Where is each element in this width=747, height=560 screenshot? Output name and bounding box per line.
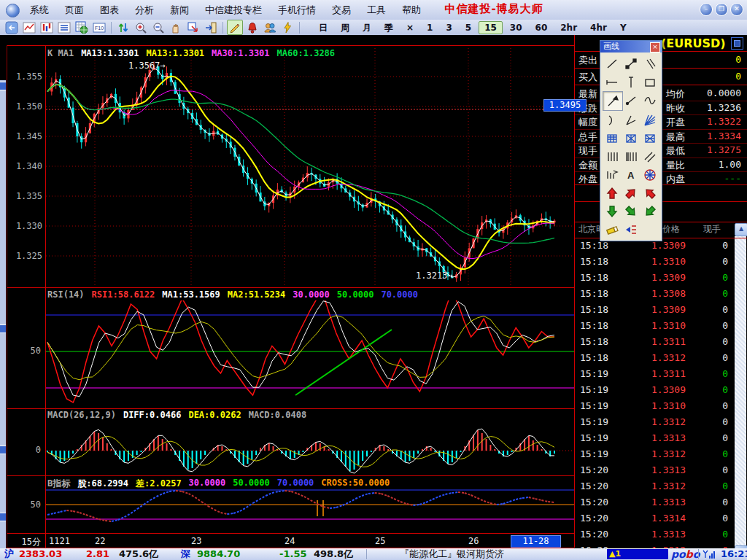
draw-tool-line-ray[interactable] bbox=[622, 55, 640, 73]
draw-icon[interactable] bbox=[227, 20, 243, 35]
draw-tool-arrow-down-green[interactable] bbox=[603, 202, 622, 220]
menu-item-手机行情[interactable]: 手机行情 bbox=[270, 4, 324, 17]
indicator-label: MA60:1.3286 bbox=[277, 48, 335, 58]
period-button-3[interactable]: 3 bbox=[440, 21, 457, 34]
window-title: 中信建投-博易大师 bbox=[403, 2, 585, 16]
minimize-button[interactable]: – bbox=[700, 3, 713, 16]
draw-tool-arrow-sw-green[interactable] bbox=[640, 202, 659, 220]
period-button-周[interactable]: 周 bbox=[335, 21, 355, 34]
quote-list-icon[interactable] bbox=[56, 20, 72, 35]
panel-maximize-button[interactable] bbox=[731, 37, 743, 50]
restore-button[interactable]: ❐ bbox=[715, 3, 728, 16]
draw-tool-align-tool[interactable] bbox=[622, 220, 640, 238]
draw-tool-fib-time-lines[interactable] bbox=[622, 147, 640, 166]
panel-divider bbox=[7, 533, 574, 534]
indicator-label: DIFF:0.0466 bbox=[123, 410, 181, 420]
panel-icon[interactable] bbox=[0, 513, 6, 521]
indicator-label: MA13:1.3301 bbox=[81, 48, 139, 58]
draw-tool-arrow-up-red[interactable] bbox=[603, 184, 622, 202]
menu-item-页面[interactable]: 页面 bbox=[57, 4, 92, 17]
draw-tool-gann-grid-g[interactable] bbox=[603, 129, 622, 147]
panel-icon[interactable] bbox=[0, 324, 6, 333]
draw-tool-angle-lines[interactable] bbox=[622, 111, 640, 129]
exit-icon[interactable] bbox=[203, 20, 219, 35]
draw-tool-fan-lines[interactable] bbox=[640, 111, 659, 129]
draw-tool-arc[interactable] bbox=[603, 111, 622, 129]
hand-icon[interactable] bbox=[168, 20, 184, 35]
period-button-2hr[interactable]: 2hr bbox=[554, 21, 583, 34]
alert-badge[interactable]: ▲1 bbox=[607, 549, 668, 559]
indicator-label: 50.0000 bbox=[233, 478, 270, 490]
draw-tool-gann-grid-x2[interactable] bbox=[640, 129, 659, 147]
tick-row: 15:191.33100 bbox=[575, 398, 734, 414]
draw-tool-eraser[interactable] bbox=[603, 220, 622, 238]
candlestick-chart[interactable] bbox=[46, 45, 574, 286]
b-indicator-chart[interactable] bbox=[46, 487, 574, 533]
period-button-5[interactable]: 5 bbox=[460, 21, 477, 34]
refresh-icon[interactable] bbox=[115, 20, 131, 35]
users-icon[interactable] bbox=[262, 20, 278, 35]
rsi-chart[interactable] bbox=[46, 300, 574, 407]
draw-tool-arrow-line[interactable] bbox=[603, 91, 623, 111]
menu-item-工具[interactable]: 工具 bbox=[359, 4, 394, 17]
page-globe-icon[interactable] bbox=[74, 20, 90, 35]
line-chart-icon[interactable] bbox=[21, 20, 37, 35]
period-button-30[interactable]: 30 bbox=[504, 21, 528, 34]
draw-tool-gann-grid-x[interactable] bbox=[622, 129, 640, 147]
quote-value-昨收: 1.3236 bbox=[692, 102, 741, 113]
bell-icon[interactable] bbox=[244, 20, 260, 35]
draw-tool-parallel-lines[interactable] bbox=[640, 55, 659, 73]
candle-chart-icon[interactable] bbox=[39, 20, 55, 35]
lightning-icon[interactable] bbox=[279, 20, 295, 35]
menu-item-分析[interactable]: 分析 bbox=[127, 4, 162, 17]
draw-tool-wave-line[interactable] bbox=[640, 91, 659, 109]
zoom-in-icon[interactable] bbox=[133, 20, 149, 35]
menu-item-新闻[interactable]: 新闻 bbox=[162, 4, 197, 17]
draw-toolbar-titlebar[interactable]: 画线 × bbox=[600, 41, 662, 52]
draw-tool-channel[interactable] bbox=[640, 147, 659, 166]
back-icon[interactable] bbox=[4, 20, 20, 35]
y-axis-label: 1.325 bbox=[6, 251, 42, 261]
draw-tool-arrow-se-green[interactable] bbox=[622, 202, 640, 220]
draw-tool-horizontal-line[interactable] bbox=[603, 73, 622, 91]
panel-icon[interactable] bbox=[0, 82, 6, 90]
draw-tool-text-tool[interactable]: A bbox=[622, 166, 640, 184]
period-button-1[interactable]: 1 bbox=[421, 21, 438, 34]
period-button-15[interactable]: 15 bbox=[479, 21, 503, 34]
zoom-out-icon[interactable] bbox=[150, 20, 166, 35]
window-arrow-icon[interactable] bbox=[185, 20, 201, 35]
f10-icon[interactable]: F10 bbox=[91, 20, 107, 35]
news-ticker[interactable]: 『能源化工』银河期货济 bbox=[400, 548, 504, 560]
period-button-日[interactable]: 日 bbox=[313, 21, 333, 34]
scroll-up-icon[interactable]: ▲ bbox=[735, 223, 747, 236]
menu-item-图表[interactable]: 图表 bbox=[92, 4, 127, 17]
quote-label-总手: 总手 bbox=[578, 131, 597, 144]
period-button-Y[interactable]: Y bbox=[614, 21, 632, 34]
draw-tool-arrow-ne-red[interactable] bbox=[622, 184, 640, 202]
menu-items: 系统页面图表分析新闻中信建投专栏手机行情交易工具帮助 bbox=[22, 0, 429, 20]
period-button-60[interactable]: 60 bbox=[530, 21, 554, 34]
macd-chart[interactable] bbox=[46, 421, 574, 475]
draw-tool-cycle-lines[interactable] bbox=[603, 147, 622, 166]
period-button-4hr[interactable]: 4hr bbox=[584, 21, 613, 34]
draw-tool-arrow-nw-red[interactable] bbox=[640, 184, 659, 202]
panel-icon[interactable] bbox=[0, 446, 6, 454]
draw-tool-gann-wheel[interactable] bbox=[640, 166, 659, 184]
draw-tool-rectangle[interactable] bbox=[640, 73, 659, 91]
period-button-季[interactable]: 季 bbox=[379, 21, 399, 34]
close-button[interactable]: ✕ bbox=[730, 3, 743, 16]
tick-row: 15:181.33090 bbox=[575, 302, 734, 318]
draw-tool-vertical-line[interactable] bbox=[622, 73, 640, 91]
draw-toolbar-close-icon[interactable]: × bbox=[650, 42, 660, 52]
draw-tool-trend-line[interactable] bbox=[622, 91, 640, 109]
period-button-×[interactable]: × bbox=[400, 21, 419, 34]
draw-tool-fib-bars[interactable] bbox=[603, 166, 622, 184]
menu-item-中信建投专栏[interactable]: 中信建投专栏 bbox=[197, 4, 270, 17]
scrollbar-track[interactable] bbox=[735, 236, 746, 560]
menu-item-系统[interactable]: 系统 bbox=[22, 4, 57, 17]
draw-tool-line-diagonal[interactable] bbox=[603, 55, 622, 73]
tick-row: 15:191.33110 bbox=[575, 366, 734, 382]
period-button-月[interactable]: 月 bbox=[357, 21, 377, 34]
panel-divider bbox=[7, 408, 574, 409]
menu-item-交易[interactable]: 交易 bbox=[324, 4, 359, 17]
